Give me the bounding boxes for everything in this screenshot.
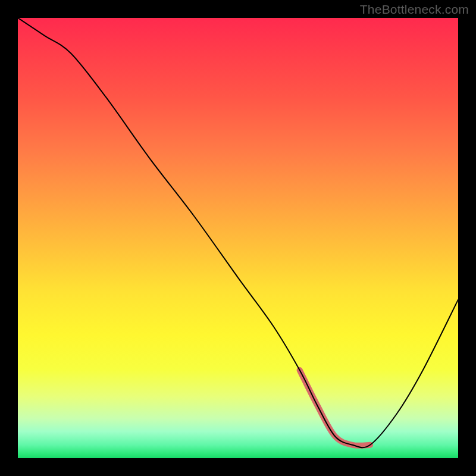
watermark-text: TheBottleneck.com <box>360 2 469 17</box>
plot-area <box>18 18 458 458</box>
chart-frame: TheBottleneck.com <box>0 0 476 476</box>
optimal-range-highlight <box>300 370 370 446</box>
bottleneck-curve-icon <box>18 18 458 447</box>
curve-layer <box>18 18 458 458</box>
